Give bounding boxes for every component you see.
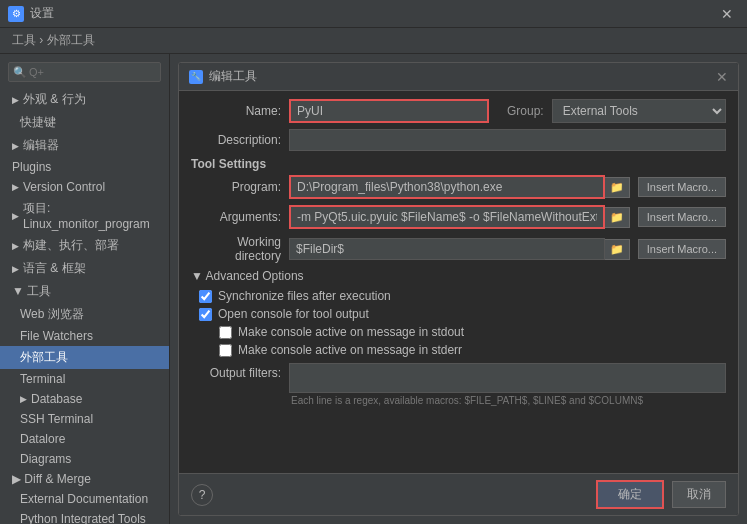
tool-panel-close-button[interactable]: ✕ xyxy=(716,69,728,85)
make-active-stderr-row: Make console active on message in stderr xyxy=(219,343,726,357)
make-active-stdout-row: Make console active on message in stdout xyxy=(219,325,726,339)
sidebar-item-ext-doc[interactable]: External Documentation xyxy=(0,489,169,509)
tool-panel-icon: 🔧 xyxy=(189,70,203,84)
sidebar: 🔍 ▶ 外观 & 行为 快捷键 ▶ 编辑器 Plugins ▶ Version … xyxy=(0,54,170,524)
group-select[interactable]: External Tools xyxy=(552,99,726,123)
sync-files-row: Synchronize files after execution xyxy=(199,289,726,303)
make-active-stderr-checkbox[interactable] xyxy=(219,344,232,357)
breadcrumb-tools: 工具 xyxy=(12,33,36,47)
help-button[interactable]: ? xyxy=(191,484,213,506)
arguments-browse-button[interactable]: 📁 xyxy=(605,207,630,228)
tool-panel-header: 🔧 编辑工具 ✕ xyxy=(179,63,738,91)
content-area: 🔧 编辑工具 ✕ Name: Group: External Tools De xyxy=(170,54,747,524)
filter-hint-text: Each line is a regex, available macros: … xyxy=(291,395,726,406)
working-dir-row: Working directory 📁 Insert Macro... xyxy=(191,235,726,263)
arguments-row: Arguments: 📁 Insert Macro... xyxy=(191,205,726,229)
arguments-label: Arguments: xyxy=(191,210,281,224)
name-row: Name: Group: External Tools xyxy=(191,99,726,123)
make-active-stderr-label: Make console active on message in stderr xyxy=(238,343,462,357)
sidebar-item-plugins[interactable]: Plugins xyxy=(0,157,169,177)
breadcrumb-external-tools: 外部工具 xyxy=(47,33,95,47)
program-browse-button[interactable]: 📁 xyxy=(605,177,630,198)
name-label: Name: xyxy=(191,104,281,118)
search-icon: 🔍 xyxy=(13,66,27,79)
open-console-label: Open console for tool output xyxy=(218,307,369,321)
open-console-row: Open console for tool output xyxy=(199,307,726,321)
make-active-stdout-checkbox[interactable] xyxy=(219,326,232,339)
description-input[interactable] xyxy=(289,129,726,151)
arguments-input-wrapper: 📁 xyxy=(289,205,630,229)
arrow-icon: ▶ xyxy=(12,95,19,105)
program-insert-macro-button[interactable]: Insert Macro... xyxy=(638,177,726,197)
make-active-stdout-label: Make console active on message in stdout xyxy=(238,325,464,339)
sidebar-item-ssh[interactable]: SSH Terminal xyxy=(0,409,169,429)
description-row: Description: xyxy=(191,129,726,151)
sidebar-item-external[interactable]: 外部工具 xyxy=(0,346,169,369)
program-label: Program: xyxy=(191,180,281,194)
name-input[interactable] xyxy=(289,99,489,123)
sidebar-item-database[interactable]: ▶ Database xyxy=(0,389,169,409)
sidebar-item-datalore[interactable]: Datalore xyxy=(0,429,169,449)
working-dir-label: Working directory xyxy=(191,235,281,263)
cancel-button[interactable]: 取消 xyxy=(672,481,726,508)
ok-button[interactable]: 确定 xyxy=(596,480,664,509)
arrow-icon: ▶ xyxy=(12,264,19,274)
program-row: Program: 📁 Insert Macro... xyxy=(191,175,726,199)
search-input[interactable] xyxy=(8,62,161,82)
advanced-options-toggle[interactable]: ▼ Advanced Options xyxy=(191,269,726,283)
search-box[interactable]: 🔍 xyxy=(8,62,161,82)
sidebar-item-tools[interactable]: ▼ 工具 xyxy=(0,280,169,303)
sidebar-item-diff[interactable]: ▶ Diff & Merge xyxy=(0,469,169,489)
arrow-icon: ▶ xyxy=(12,241,19,251)
tool-panel: 🔧 编辑工具 ✕ Name: Group: External Tools De xyxy=(178,62,739,516)
arguments-insert-macro-button[interactable]: Insert Macro... xyxy=(638,207,726,227)
advanced-options-label: ▼ Advanced Options xyxy=(191,269,304,283)
working-dir-insert-macro-button[interactable]: Insert Macro... xyxy=(638,239,726,259)
program-input-wrapper: 📁 xyxy=(289,175,630,199)
sidebar-item-py-int[interactable]: Python Integrated Tools xyxy=(0,509,169,524)
tool-panel-body: Name: Group: External Tools Description:… xyxy=(179,91,738,473)
sidebar-item-web[interactable]: Web 浏览器 xyxy=(0,303,169,326)
sidebar-item-build[interactable]: ▶ 构建、执行、部署 xyxy=(0,234,169,257)
bottom-buttons: ? 确定 取消 xyxy=(179,473,738,515)
window-close-button[interactable]: ✕ xyxy=(715,4,739,24)
sidebar-item-watchers[interactable]: File Watchers xyxy=(0,326,169,346)
sidebar-item-terminal[interactable]: Terminal xyxy=(0,369,169,389)
advanced-options-section: Synchronize files after execution Open c… xyxy=(199,289,726,357)
tool-settings-label: Tool Settings xyxy=(191,157,726,171)
title-bar: ⚙ 设置 ✕ xyxy=(0,0,747,28)
arrow-icon: ▶ xyxy=(12,182,19,192)
sidebar-item-keymap[interactable]: 快捷键 xyxy=(0,111,169,134)
arguments-input[interactable] xyxy=(289,205,605,229)
output-filters-input[interactable] xyxy=(289,363,726,393)
open-console-checkbox[interactable] xyxy=(199,308,212,321)
window-title: 设置 xyxy=(30,5,54,22)
sync-files-label: Synchronize files after execution xyxy=(218,289,391,303)
output-filters-row: Output filters: xyxy=(191,363,726,393)
working-dir-input-wrapper: 📁 xyxy=(289,238,630,260)
sidebar-item-appearance[interactable]: ▶ 外观 & 行为 xyxy=(0,88,169,111)
sync-files-checkbox[interactable] xyxy=(199,290,212,303)
sidebar-item-vcs[interactable]: ▶ Version Control xyxy=(0,177,169,197)
working-dir-input[interactable] xyxy=(289,238,605,260)
tool-panel-title: 编辑工具 xyxy=(209,68,257,85)
description-label: Description: xyxy=(191,133,281,147)
sidebar-item-editor[interactable]: ▶ 编辑器 xyxy=(0,134,169,157)
group-label-text: Group: xyxy=(507,104,544,118)
working-dir-browse-button[interactable]: 📁 xyxy=(605,239,630,260)
arrow-icon: ▶ xyxy=(20,394,27,404)
program-input[interactable] xyxy=(289,175,605,199)
app-icon: ⚙ xyxy=(8,6,24,22)
breadcrumb: 工具 › 外部工具 xyxy=(0,28,747,54)
arrow-icon: ▶ xyxy=(12,141,19,151)
sidebar-item-project[interactable]: ▶ 项目: Linux_monitor_program xyxy=(0,197,169,234)
arrow-icon: ▶ xyxy=(12,211,19,221)
output-filters-label: Output filters: xyxy=(191,363,281,380)
sidebar-item-diagrams[interactable]: Diagrams xyxy=(0,449,169,469)
sidebar-item-lang[interactable]: ▶ 语言 & 框架 xyxy=(0,257,169,280)
